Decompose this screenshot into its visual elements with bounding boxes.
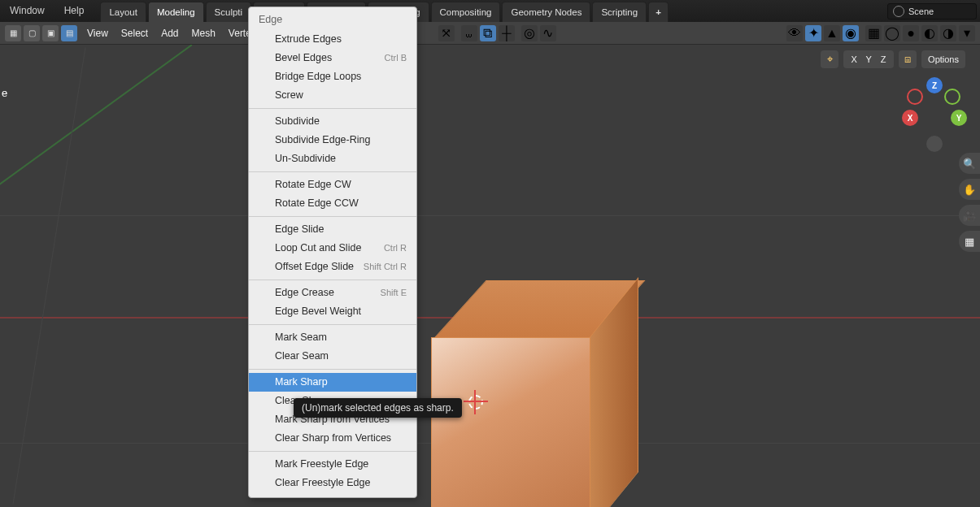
editor-type-icon[interactable]: ▦ [5, 25, 21, 41]
edge-menu-item[interactable]: Edge CreaseShift E [249, 284, 416, 302]
scene-selector[interactable]: Scene [887, 3, 977, 20]
tooltip: (Un)mark selected edges as sharp. [294, 398, 462, 418]
mode-box-icon[interactable]: ▢ [24, 25, 40, 41]
menu-item-label: Clear Sharp from Vertices [275, 431, 391, 445]
edge-menu-item[interactable]: Screw [249, 86, 416, 105]
options-button[interactable]: Options [921, 50, 965, 68]
snap-toggle-icon[interactable]: ⩊ [461, 25, 477, 41]
snap-magnet-icon[interactable]: ⧉ [480, 25, 496, 41]
menu-item-label: Mark Sharp [275, 375, 328, 389]
mode-indicator-text: e [2, 87, 7, 99]
edge-menu-item[interactable]: Clear Sharp from Vertices [249, 429, 416, 448]
overlay2-icon[interactable]: ◉ [843, 25, 859, 41]
add-workspace-button[interactable]: + [648, 2, 669, 22]
menu-item-shortcut: Ctrl R [384, 241, 407, 255]
gizmo-x-icon[interactable]: X [902, 110, 918, 126]
workspace-tab-geometry nodes[interactable]: Geometry Nodes [502, 2, 590, 22]
snap-target-icon[interactable]: ┼ [499, 25, 515, 41]
edge-menu-item[interactable]: Subdivide [249, 112, 416, 131]
scene-name: Scene [908, 6, 934, 16]
edge-menu-item[interactable]: Edge Slide [249, 220, 416, 239]
shading-mat-icon[interactable]: ◐ [921, 25, 938, 41]
menu-item-label: Clear Seam [275, 349, 329, 363]
menu-item-shortcut: Ctrl B [385, 51, 407, 65]
prop-edit-icon[interactable]: ◎ [521, 25, 538, 41]
xray-icon[interactable]: ▦ [865, 25, 882, 41]
edge-menu-item[interactable]: Mark Sharp [249, 373, 416, 392]
gizmo-y-neg-icon[interactable] [944, 89, 960, 105]
mode-wire-icon[interactable]: ▣ [42, 25, 59, 41]
navigation-gizmo[interactable]: Z X Y [902, 77, 967, 142]
menu-item-label: Loop Cut and Slide [275, 241, 361, 255]
pan-icon[interactable]: ✋ [959, 179, 980, 200]
grid-line [13, 47, 86, 504]
axis-x[interactable]: X [847, 54, 861, 64]
gizmo-x-neg-icon[interactable] [907, 89, 923, 105]
axis-y[interactable]: Y [861, 54, 876, 64]
menu-item-label: Mark Seam [275, 331, 327, 344]
edge-menu-item[interactable]: Offset Edge SlideShift Ctrl R [249, 258, 416, 276]
edge-menu-item[interactable]: Loop Cut and SlideCtrl R [249, 239, 416, 258]
menu-item-label: Extrude Edges [275, 32, 342, 46]
vp-menu-mesh[interactable]: Mesh [189, 28, 219, 39]
workspace-tab-sculpti[interactable]: Sculpti [206, 2, 252, 22]
workspace-tab-scripting[interactable]: Scripting [592, 2, 647, 22]
gizmo-z-neg-icon[interactable] [926, 136, 943, 152]
edge-menu-item[interactable]: Mark Freestyle Edge [249, 455, 416, 474]
shading-opts-icon[interactable]: ▾ [959, 25, 975, 41]
camera-icon[interactable]: 🎥 [959, 205, 980, 226]
shading-solid-icon[interactable]: ● [903, 25, 919, 41]
edge-menu-item[interactable]: Mark Seam [249, 328, 416, 347]
3d-cursor-icon [464, 390, 488, 414]
vp-menu-add[interactable]: Add [158, 28, 181, 39]
transform-orient-icon[interactable]: ⤧ [438, 25, 455, 41]
workspace-tab-modeling[interactable]: Modeling [148, 2, 204, 22]
vp-menu-view[interactable]: View [84, 28, 111, 39]
grid-line [0, 215, 980, 216]
vp-menu-select[interactable]: Select [118, 28, 151, 39]
viewport-header: ▦ ▢ ▣ ▤ View Select Add Mesh Verte ⤧ ⩊ ⧉… [0, 22, 980, 45]
menu-item-label: Edge Slide [275, 223, 324, 236]
gizmo-z-icon[interactable]: Z [926, 77, 943, 93]
workspace-tab-compositing[interactable]: Compositing [431, 2, 501, 22]
grid-icon[interactable]: ▦ [959, 231, 980, 252]
axis-z[interactable]: Z [876, 54, 891, 64]
edge-menu-item[interactable]: Un-Subdivide [249, 150, 416, 168]
edge-menu-item[interactable]: Extrude Edges [249, 30, 416, 49]
butterfly-icon[interactable]: ⌖ [821, 50, 838, 68]
menu-item-label: Subdivide [275, 115, 320, 128]
menu-item-label: Rotate Edge CCW [275, 197, 359, 210]
visibility-eye-icon[interactable]: 👁 [786, 25, 803, 41]
menu-item-shortcut: Shift Ctrl R [364, 260, 407, 274]
gizmo-y-icon[interactable]: Y [951, 110, 967, 126]
gizmo-toggle-icon[interactable]: ✦ [805, 25, 821, 41]
mode-solid-icon[interactable]: ▤ [61, 25, 77, 41]
edge-menu-item[interactable]: Clear Freestyle Edge [249, 474, 416, 492]
workspace-tab-layout[interactable]: Layout [100, 2, 146, 22]
menu-window[interactable]: Window [0, 0, 54, 22]
edge-menu-item[interactable]: Rotate Edge CW [249, 176, 416, 194]
mesh-cube[interactable] [415, 280, 626, 507]
menu-item-label: Rotate Edge CW [275, 178, 351, 192]
lock-icon[interactable]: ⧆ [899, 50, 917, 68]
menu-item-label: Mark Freestyle Edge [275, 457, 368, 471]
axis-letter-box[interactable]: X Y Z [843, 50, 894, 68]
shading-render-icon[interactable]: ◑ [940, 25, 956, 41]
menu-item-label: Un-Subdivide [275, 152, 336, 166]
cube-front-face [431, 337, 590, 507]
menu-help[interactable]: Help [54, 0, 94, 22]
zoom-icon[interactable]: 🔍 [959, 153, 980, 174]
edge-menu-item[interactable]: Rotate Edge CCW [249, 194, 416, 213]
shading-wire-icon[interactable]: ◯ [884, 25, 900, 41]
edge-menu-item[interactable]: Edge Bevel Weight [249, 302, 416, 321]
menu-item-label: Edge Crease [275, 286, 334, 300]
axis-pill: ⌖ X Y Z ⧆ Options [821, 50, 965, 68]
overlay-toggle-icon[interactable]: ▲ [824, 25, 840, 41]
viewport-3d[interactable]: e [0, 45, 980, 507]
prop-curve-icon[interactable]: ∿ [540, 25, 556, 41]
edge-menu-item[interactable]: Subdivide Edge-Ring [249, 131, 416, 150]
edge-menu-item[interactable]: Clear Seam [249, 347, 416, 366]
menu-item-label: Clear Freestyle Edge [275, 476, 370, 490]
edge-menu-item[interactable]: Bevel EdgesCtrl B [249, 49, 416, 67]
edge-menu-item[interactable]: Bridge Edge Loops [249, 67, 416, 86]
